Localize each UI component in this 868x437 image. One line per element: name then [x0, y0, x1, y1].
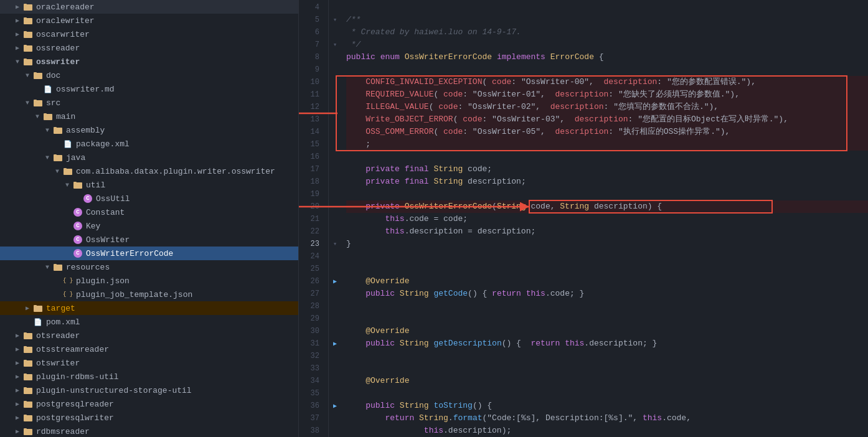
- folder-icon: [72, 179, 83, 190]
- gutter-cell: [329, 425, 341, 437]
- gutter-cell: [329, 200, 341, 213]
- svg-rect-35: [73, 182, 77, 183]
- sidebar-item-plugin-job-template[interactable]: { }plugin_job_template.json: [0, 288, 298, 301]
- fold-icon[interactable]: ▾: [333, 16, 337, 24]
- sidebar-item-plugin-json[interactable]: { }plugin.json: [0, 274, 298, 288]
- tree-item-label: plugin_job_template.json: [76, 290, 296, 299]
- code-line: private final String description;: [346, 176, 868, 188]
- tree-item-label: plugin.json: [76, 276, 296, 286]
- sidebar-item-rdbmsreader[interactable]: ▶rdbmsreader: [0, 425, 298, 437]
- folder-icon: [22, 1, 34, 12]
- gutter-cell: [329, 300, 341, 312]
- sidebar-item-oraclereader[interactable]: ▶oraclereader: [0, 0, 298, 14]
- sidebar-item-osswriter-md[interactable]: 📄osswriter.md: [0, 82, 298, 96]
- line-gutter: ▾▾▾▶▶▶: [329, 0, 341, 437]
- sidebar-item-plugin-rdbms-util[interactable]: ▶plugin-rdbms-util: [0, 370, 298, 383]
- run-icon[interactable]: ▶: [333, 403, 337, 410]
- run-icon[interactable]: ▶: [333, 278, 337, 285]
- tree-item-label: com.alibaba.datax.plugin.writer.osswrite…: [76, 167, 296, 176]
- folder-icon: [52, 152, 64, 163]
- sidebar-item-otsreader[interactable]: ▶otsreader: [0, 329, 298, 342]
- folder-icon: [22, 56, 34, 67]
- folder-icon: [32, 70, 44, 81]
- class-icon: C: [72, 248, 83, 259]
- sidebar-item-main[interactable]: ▼main: [0, 110, 298, 123]
- line-number: 21: [299, 213, 323, 225]
- code-line: public String getDescription() { return …: [346, 337, 868, 350]
- folder-arrow-icon: ▶: [12, 373, 22, 380]
- sidebar-item-ossreader[interactable]: ▶ossreader: [0, 41, 298, 55]
- tree-item-label: oraclewriter: [36, 16, 296, 26]
- folder-icon: [32, 97, 44, 108]
- sidebar-item-key[interactable]: CKey: [0, 219, 298, 233]
- line-number: 34: [299, 375, 323, 387]
- code-line: [346, 312, 868, 325]
- sidebar-item-ossutil[interactable]: COssUtil: [0, 192, 298, 205]
- code-line: @Override: [346, 375, 868, 387]
- tree-item-label: postgresqlwriter: [36, 413, 296, 423]
- file-tree[interactable]: ▶oraclereader▶oraclewriter▶oscarwriter▶o…: [0, 0, 299, 437]
- sidebar-item-target[interactable]: ▶target: [0, 301, 298, 315]
- line-number: 25: [299, 263, 323, 275]
- svg-rect-26: [54, 127, 57, 128]
- tree-item-label: rdbmsreader: [36, 427, 296, 436]
- svg-rect-56: [24, 387, 27, 388]
- line-number: 32: [299, 350, 323, 362]
- sidebar-item-resources[interactable]: ▼resources: [0, 260, 298, 274]
- tree-item-label: resources: [66, 263, 296, 272]
- sidebar-item-otsstreamreader[interactable]: ▶otsstreamreader: [0, 342, 298, 356]
- folder-icon: [22, 29, 34, 40]
- folder-arrow-icon: ▼: [22, 100, 32, 106]
- sidebar-item-util[interactable]: ▼util: [0, 178, 298, 192]
- sidebar-item-osswriter[interactable]: ▼osswriter: [0, 55, 298, 68]
- sidebar-item-postgresqlreader[interactable]: ▶postgresqlreader: [0, 397, 298, 411]
- gutter-cell: [329, 412, 341, 425]
- tree-item-label: otsreader: [36, 331, 296, 341]
- code-line: Write_OBJECT_ERROR( code: "OssWriter-03"…: [346, 113, 868, 126]
- svg-rect-29: [54, 154, 57, 156]
- sidebar-item-oraclewriter[interactable]: ▶oraclewriter: [0, 14, 298, 27]
- folder-icon: [22, 426, 34, 437]
- gutter-cell: [329, 176, 341, 188]
- json-file-icon: { }: [62, 289, 73, 300]
- sidebar-item-otswriter[interactable]: ▶otswriter: [0, 356, 298, 370]
- sidebar-item-osswritererrorcode[interactable]: COssWriterErrorCode: [0, 247, 298, 260]
- line-number: 35: [299, 387, 323, 400]
- fold-icon[interactable]: ▾: [333, 41, 337, 49]
- code-line: [346, 387, 868, 400]
- code-line: [346, 151, 868, 163]
- fold-icon[interactable]: ▾: [333, 240, 337, 248]
- line-number: 13: [299, 113, 323, 126]
- line-number: 20: [299, 200, 323, 213]
- sidebar-item-oscarwriter[interactable]: ▶oscarwriter: [0, 27, 298, 41]
- line-number: 5: [299, 14, 323, 26]
- folder-arrow-icon: ▶: [12, 414, 22, 421]
- sidebar-item-plugin-unstructured-storage-util[interactable]: ▶plugin-unstructured-storage-util: [0, 383, 298, 397]
- gutter-cell: ▾: [329, 39, 341, 51]
- svg-rect-23: [44, 113, 47, 115]
- svg-rect-59: [24, 401, 27, 402]
- gutter-cell: [329, 51, 341, 63]
- sidebar-item-constant[interactable]: CConstant: [0, 205, 298, 219]
- sidebar-item-postgresqlwriter[interactable]: ▶postgresqlwriter: [0, 411, 298, 425]
- gutter-cell: [329, 88, 341, 101]
- sidebar-item-assembly[interactable]: ▼assembly: [0, 123, 298, 137]
- sidebar-item-java[interactable]: ▼java: [0, 151, 298, 164]
- sidebar-item-src[interactable]: ▼src: [0, 96, 298, 110]
- code-editor: 4567891011121314151617181920212223242526…: [299, 0, 868, 437]
- gutter-cell: [329, 101, 341, 113]
- line-number: 14: [299, 126, 323, 138]
- class-icon: C: [72, 207, 83, 218]
- line-number: 9: [299, 63, 323, 76]
- sidebar-item-package-xml[interactable]: 📄package.xml: [0, 137, 298, 151]
- line-number: 29: [299, 312, 323, 325]
- sidebar-item-com-pkg[interactable]: ▼com.alibaba.datax.plugin.writer.osswrit…: [0, 164, 298, 178]
- tree-item-label: plugin-unstructured-storage-util: [36, 386, 296, 395]
- sidebar-item-pom-xml[interactable]: 📄pom.xml: [0, 315, 298, 329]
- run-icon[interactable]: ▶: [333, 341, 337, 347]
- gutter-cell: [329, 26, 341, 39]
- sidebar-item-doc[interactable]: ▼doc: [0, 68, 298, 82]
- sidebar-item-osswriter-class[interactable]: COssWriter: [0, 233, 298, 247]
- gutter-cell: [329, 1, 341, 14]
- md-file-icon: 📄: [42, 83, 54, 95]
